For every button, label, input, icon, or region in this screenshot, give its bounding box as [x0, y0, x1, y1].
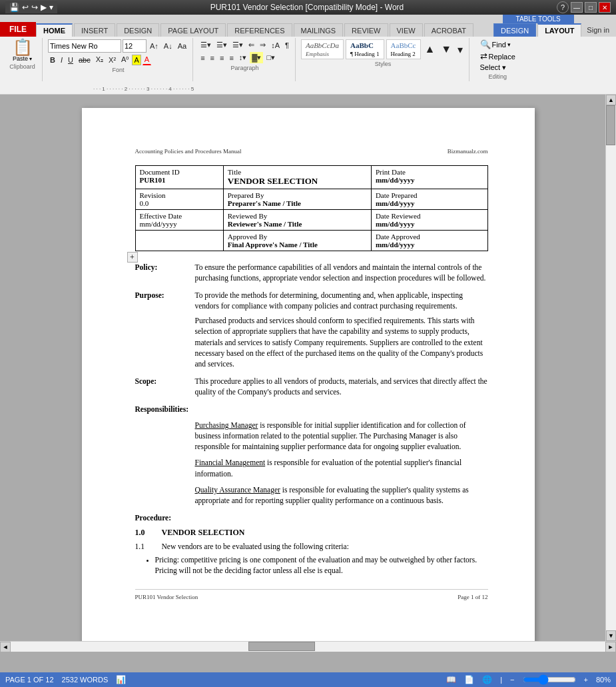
clipboard-group: 📋 Paste ▾ Clipboard — [3, 38, 43, 81]
table-tools-section: TABLE TOOLS DESIGN LAYOUT — [493, 15, 583, 37]
scroll-left-button[interactable]: ◄ — [0, 642, 11, 652]
tab-mailings[interactable]: MAILINGS — [294, 23, 344, 37]
shrink-font-button[interactable]: A↓ — [162, 41, 174, 51]
table-cell[interactable]: Date Prepared mm/dd/yyyy — [371, 189, 487, 210]
shading-button[interactable]: ▓▾ — [250, 52, 263, 63]
scroll-thumb[interactable] — [606, 105, 615, 145]
increase-indent-button[interactable]: ⇒ — [258, 39, 268, 51]
tab-table-design[interactable]: DESIGN — [493, 23, 536, 37]
policy-text: To ensure the performance capabilities o… — [195, 262, 488, 283]
table-cell[interactable]: Date Approved mm/dd/yyyy — [371, 231, 487, 251]
tab-page-layout[interactable]: PAGE LAYOUT — [160, 23, 226, 37]
scroll-down-button[interactable]: ▼ — [606, 630, 616, 641]
help-button[interactable]: ? — [557, 1, 569, 13]
purchasing-manager-link[interactable]: Purchasing Manager — [195, 421, 258, 429]
add-row-button[interactable]: + — [127, 252, 138, 263]
table-tools-label: TABLE TOOLS — [503, 15, 574, 23]
superscript-button[interactable]: X² — [107, 55, 118, 65]
purpose-section: Purpose: To provide the methods for dete… — [135, 290, 488, 369]
italic-button[interactable]: I — [59, 55, 65, 65]
h-scroll-thumb[interactable] — [248, 642, 315, 651]
strikethrough-button[interactable]: abc — [77, 55, 93, 65]
paste-button[interactable]: 📋 Paste ▾ — [13, 39, 33, 62]
tab-design[interactable]: DESIGN — [117, 23, 159, 37]
tab-insert[interactable]: INSERT — [74, 23, 115, 37]
style-emphasis[interactable]: AaBbCcDaEmphasis — [301, 39, 344, 59]
horizontal-scrollbar[interactable]: ◄ ► — [0, 641, 616, 652]
financial-management-link[interactable]: Financial Management — [195, 458, 266, 466]
page-footer: PUR101 Vendor Selection Page 1 of 12 — [135, 589, 488, 600]
table-cell[interactable]: Revision 0.0 — [135, 189, 223, 210]
undo-button[interactable]: ↩ — [22, 3, 29, 12]
table-cell[interactable]: Approved By Final Approve's Name / Title — [223, 231, 371, 251]
font-name-input[interactable] — [48, 39, 121, 53]
policy-section: Policy: To ensure the performance capabi… — [135, 262, 488, 283]
borders-button[interactable]: □▾ — [264, 52, 277, 63]
replace-button[interactable]: ⇄ Replace — [480, 51, 515, 61]
scope-section: Scope: This procedure applies to all ven… — [135, 376, 488, 397]
purpose-label: Purpose: — [135, 290, 195, 311]
table-cell[interactable]: Prepared By Preparer's Name / Title — [223, 189, 371, 210]
redo-button[interactable]: ↪ — [31, 3, 38, 12]
styles-scroll-up[interactable]: ▲ — [423, 42, 438, 57]
scroll-right-button[interactable]: ► — [605, 642, 616, 652]
sort-button[interactable]: ↕A — [269, 39, 282, 51]
font-color-button[interactable]: A — [143, 54, 151, 65]
table-cell[interactable]: Title VENDOR SELECTION — [223, 166, 371, 189]
close-button[interactable]: ✕ — [599, 2, 611, 13]
tab-file[interactable]: FILE — [0, 22, 36, 37]
numbering-button[interactable]: ☰▾ — [214, 39, 229, 51]
center-button[interactable]: ≡ — [208, 52, 216, 63]
font-size-input[interactable] — [123, 39, 147, 53]
table-cell[interactable]: Effective Date mm/dd/yyyy — [135, 210, 223, 231]
minimize-button[interactable]: — — [571, 2, 583, 13]
vertical-scrollbar[interactable]: ▲ ▼ — [605, 95, 616, 641]
header-left: Accounting Policies and Procedures Manua… — [135, 148, 242, 155]
sign-in-text[interactable]: Sign in — [583, 23, 613, 37]
multilevel-list-button[interactable]: ☰▾ — [230, 39, 245, 51]
paragraph-group: ☰▾ ☰▾ ☰▾ ⇐ ⇒ ↕A ¶ ≡ ≡ ≡ ≡ ↕▾ ▓▾ □▾ Parag… — [194, 38, 296, 81]
scroll-up-button[interactable]: ▲ — [606, 95, 616, 105]
line-spacing-button[interactable]: ↕▾ — [237, 52, 249, 63]
show-hide-button[interactable]: ¶ — [283, 39, 291, 51]
table-cell[interactable]: Print Date mm/dd/yyyy — [371, 166, 487, 189]
footer-right: Page 1 of 12 — [458, 594, 487, 600]
highlight-button[interactable]: A — [132, 55, 141, 65]
bullets-button[interactable]: ☰▾ — [198, 39, 213, 51]
subscript-button[interactable]: X₂ — [94, 54, 105, 65]
save-button[interactable]: 💾 — [9, 3, 19, 12]
list-item: Pricing: competitive pricing is one comp… — [155, 554, 488, 576]
underline-button[interactable]: U — [66, 55, 75, 65]
text-effects-button[interactable]: A⁰ — [119, 54, 131, 65]
repeat-button[interactable]: ▶ — [41, 3, 47, 12]
case-button[interactable]: Aa — [176, 41, 188, 51]
style-heading2[interactable]: AaBbCcHeading 2 — [386, 39, 421, 59]
justify-button[interactable]: ≡ — [227, 52, 235, 63]
restore-button[interactable]: □ — [585, 2, 597, 13]
align-left-button[interactable]: ≡ — [198, 52, 206, 63]
paste-label: Paste — [13, 55, 28, 62]
tab-review[interactable]: REVIEW — [344, 23, 388, 37]
table-cell[interactable] — [135, 231, 223, 251]
tab-references[interactable]: REFERENCES — [227, 23, 292, 37]
responsibilities-content: Purchasing Manager is responsible for in… — [195, 420, 488, 506]
select-button[interactable]: Select ▾ — [480, 63, 507, 72]
styles-expand[interactable]: ▾ — [456, 42, 465, 57]
grow-font-button[interactable]: A↑ — [148, 41, 160, 51]
table-cell[interactable]: Reviewed By Reviewer's Name / Title — [223, 210, 371, 231]
find-button[interactable]: 🔍 Find ▾ — [480, 39, 511, 49]
tab-home[interactable]: HOME — [36, 23, 73, 37]
tab-view[interactable]: VIEW — [390, 23, 423, 37]
bold-button[interactable]: B — [48, 55, 57, 65]
table-cell[interactable]: Date Reviewed mm/dd/yyyy — [371, 210, 487, 231]
decrease-indent-button[interactable]: ⇐ — [246, 39, 256, 51]
align-right-button[interactable]: ≡ — [218, 52, 226, 63]
style-heading1[interactable]: AaBbC¶ Heading 1 — [346, 39, 384, 59]
styles-scroll-down[interactable]: ▼ — [439, 42, 454, 57]
tab-table-layout[interactable]: LAYOUT — [537, 23, 581, 37]
main-tabs-row: FILE HOME INSERT DESIGN PAGE LAYOUT REFE… — [0, 15, 493, 37]
qa-manager-link[interactable]: Quality Assurance Manager — [195, 486, 280, 494]
tab-acrobat[interactable]: ACROBAT — [424, 23, 473, 37]
table-cell[interactable]: Document ID PUR101 — [135, 166, 223, 189]
customize-button[interactable]: ▾ — [49, 3, 53, 12]
